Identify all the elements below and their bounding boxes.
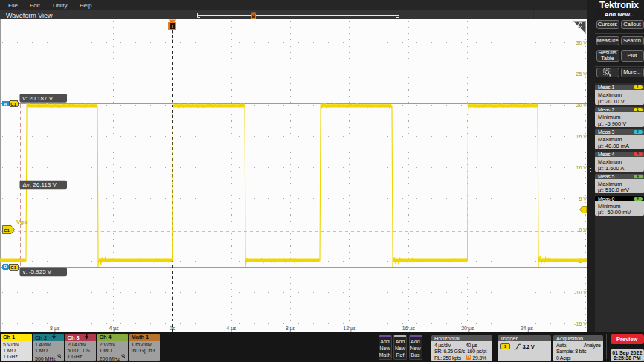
svg-text:-10 V: -10 V (574, 290, 587, 295)
svg-text:-15 V: -15 V (574, 321, 587, 326)
svg-text:8 µs: 8 µs (286, 326, 296, 332)
svg-text:12 µs: 12 µs (343, 326, 356, 332)
svg-text:0 V: 0 V (579, 227, 587, 233)
svg-text:Δv: 26.113 V: Δv: 26.113 V (23, 181, 57, 188)
svg-text:15 V: 15 V (576, 134, 587, 139)
svg-text:10 V: 10 V (576, 165, 587, 170)
svg-text:20 µs: 20 µs (461, 326, 474, 332)
svg-text:C1: C1 (4, 228, 10, 233)
svg-text:5 V: 5 V (579, 196, 587, 201)
svg-text:-4 µs: -4 µs (107, 326, 119, 332)
svg-text:T: T (171, 24, 174, 29)
svg-text:30 V: 30 V (576, 40, 587, 45)
svg-text:C1: C1 (10, 102, 16, 106)
svg-text:A: A (4, 102, 7, 106)
svg-text:v: 20.187 V: v: 20.187 V (23, 95, 54, 102)
svg-text:C1: C1 (10, 265, 16, 270)
svg-text:T: T (252, 14, 254, 19)
svg-text:20 V: 20 V (576, 103, 587, 108)
svg-text:v: -5.925 V: v: -5.925 V (23, 268, 52, 275)
svg-text:B: B (4, 265, 7, 269)
svg-text:16 µs: 16 µs (402, 326, 416, 332)
svg-text:0s: 0s (170, 326, 176, 331)
svg-text:4 µs: 4 µs (226, 326, 236, 332)
svg-text:25 V: 25 V (576, 71, 587, 77)
svg-text:-8 µs: -8 µs (48, 326, 60, 332)
svg-text:Vgs: Vgs (16, 219, 28, 225)
svg-text:24 µs: 24 µs (521, 326, 534, 332)
